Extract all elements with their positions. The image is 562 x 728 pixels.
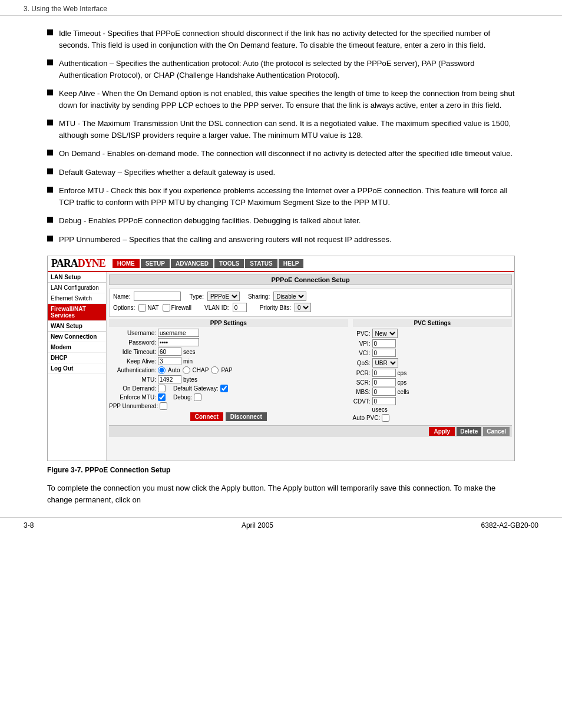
nat-checkbox[interactable] [138,304,146,312]
bullet-text-default-gateway: Default Gateway – Specifies whether a de… [59,167,515,178]
nav-btn-status[interactable]: STATUS [245,259,277,268]
auth-pap-radio[interactable] [211,366,219,374]
password-label: Password: [109,339,156,346]
pvc-select[interactable]: New [372,329,398,338]
bullet-text-enforce-mtu: Enforce MTU - Check this box if you expe… [59,185,515,208]
cancel-button[interactable]: Cancel [483,427,510,436]
cdvt-label: CDVT: [353,398,371,405]
default-gateway-checkbox[interactable] [220,385,228,392]
bullet-square-default-gateway [47,168,53,174]
sidebar-item-firewall-nat-services[interactable]: Firewall/NAT Services [48,304,106,321]
bullet-square-on-demand [47,150,53,155]
ppp-settings-title: PPP Settings [109,319,348,327]
cdvt-input[interactable] [372,397,396,405]
bullet-item-ppp-unnumbered: PPP Unnumbered – Specifies that the call… [47,234,515,246]
ppp-unnumbered-checkbox[interactable] [160,402,167,410]
auth-auto-radio[interactable] [158,366,166,374]
nat-checkbox-label[interactable]: NAT [138,304,158,312]
footer-right: 6382-A2-GB20-00 [481,521,538,530]
bullet-text-mtu: MTU - The Maximum Transmission Unit the … [59,118,515,141]
sidebar-item-ethernet-switch[interactable]: Ethernet Switch [48,293,106,304]
priority-bits-label: Priority Bits: [260,305,291,311]
vpi-input[interactable] [372,339,396,348]
enforce-mtu-label: Enforce MTU: [109,394,156,401]
auto-pvc-checkbox[interactable] [382,414,389,422]
vlan-id-input[interactable] [233,303,247,312]
priority-bits-select[interactable]: 0 [295,303,311,312]
bullet-text-idle-timeout: Idle Timeout - Specifies that PPPoE conn… [59,28,515,51]
disconnect-button[interactable]: Disconnect [226,412,267,421]
pvc-settings-title: PVC Settings [353,319,512,327]
main-content: Idle Timeout - Specifies that PPPoE conn… [0,16,562,517]
on-demand-checkbox[interactable] [158,385,166,392]
vci-row: VCI: [353,349,512,357]
username-input[interactable] [158,329,199,337]
sidebar-item-modem[interactable]: Modem [48,342,106,353]
auth-chap-radio[interactable] [183,366,190,374]
connect-button[interactable]: Connect [190,412,223,421]
bullet-list: Idle Timeout - Specifies that PPPoE conn… [47,28,515,245]
sidebar: LAN SetupLAN ConfigurationEthernet Switc… [48,272,107,461]
bullet-item-enforce-mtu: Enforce MTU - Check this box if you expe… [47,185,515,208]
nav-btn-help[interactable]: HELP [279,259,304,268]
interface-body: LAN SetupLAN ConfigurationEthernet Switc… [48,272,514,461]
idle-timeout-row: Idle Timeout: secs [109,348,348,356]
keep-alive-input[interactable] [158,357,181,365]
nav-btn-tools[interactable]: TOOLS [214,259,244,268]
sidebar-item-new-connection[interactable]: New Connection [48,332,106,342]
idle-timeout-input[interactable] [158,348,181,356]
keep-alive-row: Keep Alive: min [109,357,348,365]
screenshot-container: PARADYNE HOMESETUPADVANCEDTOOLSSTATUSHEL… [47,256,515,461]
firewall-checkbox-label[interactable]: Firewall [163,304,191,312]
firewall-checkbox[interactable] [163,304,170,312]
bullet-item-debug: Debug - Enables PPPoE connection debuggi… [47,215,515,227]
cdvt-unit-row: usecs [353,406,512,413]
apply-button[interactable]: Apply [429,427,455,436]
on-demand-row: On Demand: Default Gateway: [109,385,348,392]
mbs-label: MBS: [353,389,371,395]
auth-auto-label: Auto [168,367,180,373]
sharing-select[interactable]: Disable [273,292,306,301]
username-label: Username: [109,330,156,336]
name-label: Name: [113,293,130,300]
panel-title: PPPoE Connection Setup [109,274,512,285]
pvc-label: PVC: [353,330,371,337]
idle-timeout-label: Idle Timeout: [109,349,156,355]
sidebar-item-log-out[interactable]: Log Out [48,363,106,374]
qos-select[interactable]: UBR [372,358,398,368]
pcr-input[interactable] [372,369,396,377]
keep-alive-label: Keep Alive: [109,358,156,365]
vci-label: VCI: [353,350,371,356]
bullet-item-mtu: MTU - The Maximum Transmission Unit the … [47,118,515,141]
bullet-text-keep-alive: Keep Alive - When the On Demand option i… [59,88,515,111]
mbs-input[interactable] [372,388,396,396]
scr-input[interactable] [372,378,396,386]
mtu-input[interactable] [158,375,181,383]
sidebar-item-dhcp[interactable]: DHCP [48,353,106,363]
delete-button[interactable]: Delete [457,427,481,436]
breadcrumb: 3. Using the Web Interface [24,5,107,13]
auto-pvc-label: Auto PVC: [353,415,381,421]
keep-alive-unit: min [183,358,193,365]
bullet-text-authentication: Authentication – Specifies the authentic… [59,58,515,81]
nav-btn-advanced[interactable]: ADVANCED [171,259,213,268]
mtu-label: MTU: [109,376,156,383]
sidebar-item-lan-configuration[interactable]: LAN Configuration [48,283,106,293]
bullet-square-keep-alive [47,90,53,95]
bullet-text-ppp-unnumbered: PPP Unnumbered – Specifies that the call… [59,234,515,246]
vci-input[interactable] [372,349,396,357]
sidebar-section-wan-setup: WAN Setup [48,321,106,332]
mtu-row: MTU: bytes [109,375,348,383]
figure-caption: Figure 3-7. PPPoE Connection Setup [47,466,515,474]
bullet-square-authentication [47,59,53,65]
nav-btn-setup[interactable]: SETUP [141,259,170,268]
vpi-row: VPI: [353,339,512,348]
type-label: Type: [189,293,203,300]
name-input[interactable] [134,292,181,301]
enforce-mtu-checkbox[interactable] [158,393,166,401]
action-btns: Apply Delete Cancel [109,425,512,437]
nav-btn-home[interactable]: HOME [113,259,140,268]
password-input[interactable] [158,338,199,346]
type-select[interactable]: PPPoE [207,292,240,301]
debug-checkbox[interactable] [194,393,201,401]
